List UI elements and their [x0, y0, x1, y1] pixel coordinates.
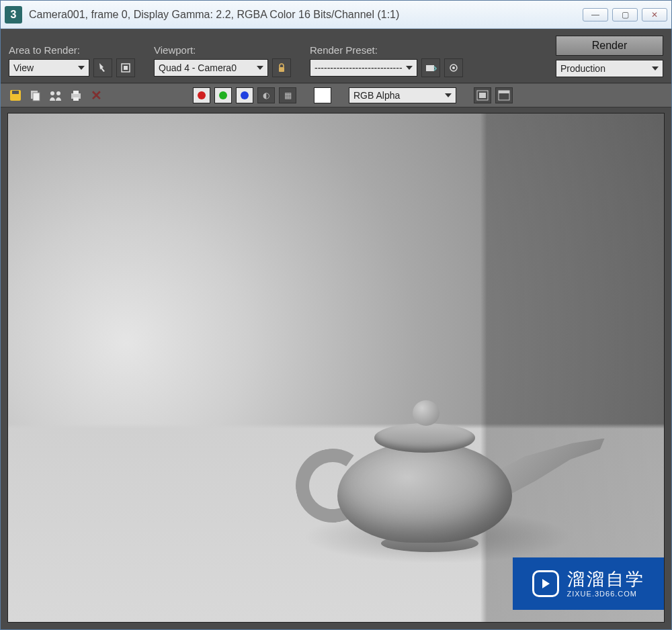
overlay-toggle-b-button[interactable]: [495, 87, 513, 103]
render-canvas-area: 溜溜自学 ZIXUE.3D66.COM: [1, 107, 671, 629]
render-preset-section: Render Preset: -------------------------…: [310, 44, 463, 77]
overlay-toggle-a-button[interactable]: [474, 87, 491, 103]
print-button[interactable]: [68, 87, 84, 103]
channel-value: RGB Alpha: [353, 90, 400, 101]
render-mode-value: Production: [560, 63, 605, 74]
background-swatch[interactable]: [314, 87, 331, 103]
delete-button[interactable]: ✕: [88, 87, 104, 103]
area-to-render-label: Area to Render:: [9, 44, 135, 56]
area-to-render-value: View: [13, 62, 34, 73]
green-channel-button[interactable]: [214, 87, 232, 103]
blue-channel-button[interactable]: [236, 87, 253, 103]
svg-point-10: [50, 91, 54, 95]
region-select-button[interactable]: [93, 58, 112, 77]
titlebar: Camera001, frame 0, Display Gamma: 2.2, …: [1, 1, 671, 29]
save-image-button[interactable]: [7, 87, 24, 103]
svg-marker-19: [542, 579, 550, 588]
svg-rect-18: [499, 91, 509, 93]
preset-settings-button[interactable]: [444, 58, 463, 77]
minimize-button[interactable]: —: [583, 8, 608, 21]
watermark-cn: 溜溜自学: [567, 570, 645, 590]
area-to-render-select[interactable]: View: [9, 59, 89, 77]
render-window: Camera001, frame 0, Display Gamma: 2.2, …: [0, 0, 672, 630]
chevron-down-icon: [445, 93, 452, 97]
mono-channel-button[interactable]: ▦: [279, 87, 296, 103]
alpha-channel-button[interactable]: ◐: [257, 87, 275, 103]
render-preset-select[interactable]: ----------------------------: [310, 59, 417, 77]
viewport-select[interactable]: Quad 4 - Camera0: [154, 59, 268, 77]
render-button-label: Render: [592, 40, 627, 52]
render-mode-select[interactable]: Production: [556, 60, 663, 77]
watermark-en: ZIXUE.3D66.COM: [567, 590, 645, 598]
clone-button[interactable]: [48, 87, 64, 103]
maximize-button[interactable]: ▢: [612, 8, 638, 21]
render-toolbar: Area to Render: View Viewport:: [1, 29, 671, 83]
red-channel-button[interactable]: [193, 87, 210, 103]
chevron-down-icon: [406, 66, 413, 70]
svg-rect-2: [279, 67, 284, 72]
teapot-render: [290, 368, 573, 556]
close-button[interactable]: ✕: [642, 8, 667, 21]
blue-dot-icon: [241, 91, 249, 99]
svg-point-11: [56, 91, 60, 95]
svg-rect-16: [479, 93, 486, 98]
viewport-lock-button[interactable]: [272, 58, 291, 77]
render-button[interactable]: Render: [556, 36, 663, 56]
svg-rect-1: [124, 66, 128, 70]
app-icon: [5, 6, 22, 24]
render-preset-value: ----------------------------: [314, 62, 403, 73]
region-crop-button[interactable]: [116, 58, 135, 77]
channel-select[interactable]: RGB Alpha: [349, 87, 456, 103]
viewport-section: Viewport: Quad 4 - Camera0: [154, 44, 291, 77]
watermark: 溜溜自学 ZIXUE.3D66.COM: [513, 557, 664, 610]
play-icon: [532, 570, 559, 597]
render-canvas[interactable]: 溜溜自学 ZIXUE.3D66.COM: [7, 113, 665, 623]
red-dot-icon: [198, 91, 206, 99]
chevron-down-icon: [652, 66, 659, 71]
window-title: Camera001, frame 0, Display Gamma: 2.2, …: [29, 9, 583, 21]
chevron-down-icon: [257, 66, 263, 70]
render-preset-label: Render Preset:: [310, 44, 463, 56]
svg-rect-9: [33, 93, 40, 101]
area-to-render-section: Area to Render: View: [9, 44, 135, 77]
window-controls: — ▢ ✕: [583, 8, 667, 21]
svg-rect-13: [73, 91, 79, 94]
copy-image-button[interactable]: [28, 87, 44, 103]
frame-toolbar: ✕ ◐ ▦ RGB Alpha: [1, 83, 671, 107]
svg-rect-3: [426, 65, 434, 71]
svg-point-5: [452, 66, 455, 69]
chevron-down-icon: [78, 66, 85, 70]
viewport-value: Quad 4 - Camera0: [159, 62, 237, 73]
svg-rect-7: [12, 91, 19, 94]
svg-rect-14: [73, 97, 79, 101]
viewport-label: Viewport:: [154, 44, 291, 56]
green-dot-icon: [219, 91, 227, 99]
preset-load-button[interactable]: [421, 58, 440, 77]
